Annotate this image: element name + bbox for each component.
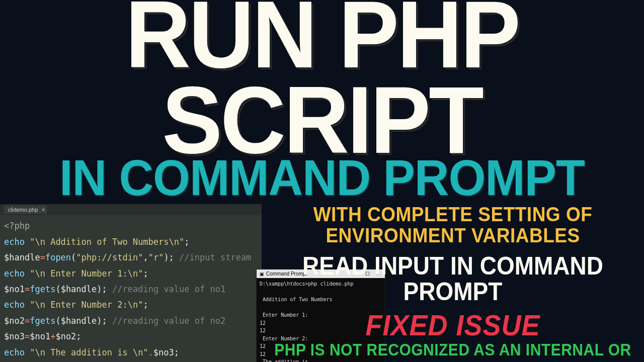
- editor-body: <?php echo "\n Addition of Two Numbers\n…: [0, 215, 262, 362]
- caption-php-error: PHP IS NOT RECOGNIZED AS AN INTERNAL OR …: [269, 341, 637, 362]
- caption-env-vars: WITH COMPLETE SETTING OF ENVIRONMENT VAR…: [269, 204, 637, 246]
- code-editor: clidemo.php × <?php echo "\n Addition of…: [0, 204, 262, 362]
- right-column: WITH COMPLETE SETTING OF ENVIRONMENT VAR…: [262, 204, 644, 362]
- editor-tab-bar: clidemo.php ×: [0, 204, 262, 215]
- editor-tab-label: clidemo.php: [8, 207, 38, 213]
- editor-tab[interactable]: clidemo.php ×: [4, 206, 47, 214]
- caption-fixed-issue: FIXED ISSUE: [269, 309, 637, 341]
- caption-read-input: READ INPUT IN COMMAND PROMPT: [269, 253, 637, 304]
- title-main: RUN PHP SCRIPT: [0, 0, 644, 163]
- close-icon[interactable]: ×: [42, 207, 45, 213]
- title-sub: IN COMMAND PROMPT: [0, 154, 644, 202]
